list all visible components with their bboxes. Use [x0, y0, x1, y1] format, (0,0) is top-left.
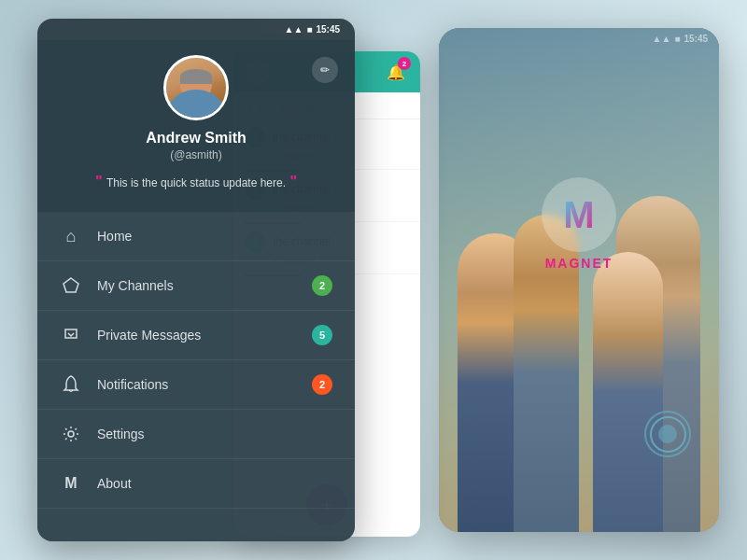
- notification-icon[interactable]: 🔔 2: [383, 59, 409, 85]
- messages-icon: [60, 324, 82, 346]
- magnet-logo-circle: M: [542, 177, 616, 252]
- drawer-status-bar: ▲▲ ■ 15:45: [37, 19, 355, 40]
- sidebar-item-about-label: About: [97, 476, 332, 491]
- pulse-ring-icon: [644, 411, 691, 457]
- avatar: [163, 55, 229, 120]
- notifications-icon: [60, 373, 82, 396]
- sidebar-item-channels-label: My Channels: [97, 278, 312, 293]
- profile-handle: (@asmith): [170, 148, 222, 161]
- settings-icon: [60, 423, 82, 445]
- channels-icon: [60, 274, 82, 297]
- profile-section: Andrew Smith (@asmith) " This is the qui…: [37, 40, 355, 212]
- magnet-m-icon: M: [563, 194, 594, 236]
- sidebar-item-notifications-label: Notifications: [97, 377, 312, 392]
- svg-marker-0: [63, 278, 78, 292]
- home-icon: ⌂: [60, 225, 82, 247]
- drawer-battery-icon: ■: [306, 24, 312, 35]
- open-quote-icon: ": [95, 174, 106, 189]
- magnet-logo: M MAGNET: [542, 177, 616, 271]
- magnet-app-name: MAGNET: [545, 256, 613, 271]
- profile-name: Andrew Smith: [146, 130, 247, 147]
- drawer-time: 15:45: [316, 24, 340, 35]
- sidebar-item-my-channels[interactable]: My Channels 2: [37, 261, 355, 311]
- background-phone: ▲▲ ■ 15:45 M MAGNET: [439, 28, 719, 532]
- sidebar-item-about[interactable]: M About: [37, 459, 355, 509]
- sidebar-item-notifications[interactable]: Notifications 2: [37, 360, 355, 410]
- status-text: This is the quick status update here.: [106, 176, 286, 189]
- sidebar-item-home-label: Home: [97, 229, 332, 244]
- messages-badge: 5: [312, 325, 332, 345]
- channels-badge: 2: [312, 275, 332, 296]
- notification-badge: 2: [398, 57, 411, 70]
- nav-menu: ⌂ Home My Channels 2 Private Messages 5: [37, 212, 355, 541]
- sidebar-item-messages-label: Private Messages: [97, 328, 312, 343]
- about-icon: M: [60, 472, 82, 495]
- sidebar-item-settings-label: Settings: [97, 427, 332, 441]
- notifications-badge: 2: [312, 374, 332, 395]
- svg-point-1: [68, 431, 74, 437]
- sidebar-item-private-messages[interactable]: Private Messages 5: [37, 311, 355, 360]
- phone-bg-image: ▲▲ ■ 15:45 M MAGNET: [439, 28, 719, 532]
- sidebar-item-home[interactable]: ⌂ Home: [37, 212, 355, 261]
- edit-profile-icon[interactable]: ✏: [312, 57, 338, 83]
- drawer-signal-icon: ▲▲: [285, 24, 303, 35]
- sidebar-item-settings[interactable]: Settings: [37, 410, 355, 459]
- navigation-drawer: ▲▲ ■ 15:45 Andrew Smith (@asmith) " This…: [37, 19, 355, 541]
- close-quote-icon: ": [286, 174, 297, 189]
- status-quote: " This is the quick status update here. …: [86, 171, 306, 193]
- avatar-image: [166, 58, 226, 118]
